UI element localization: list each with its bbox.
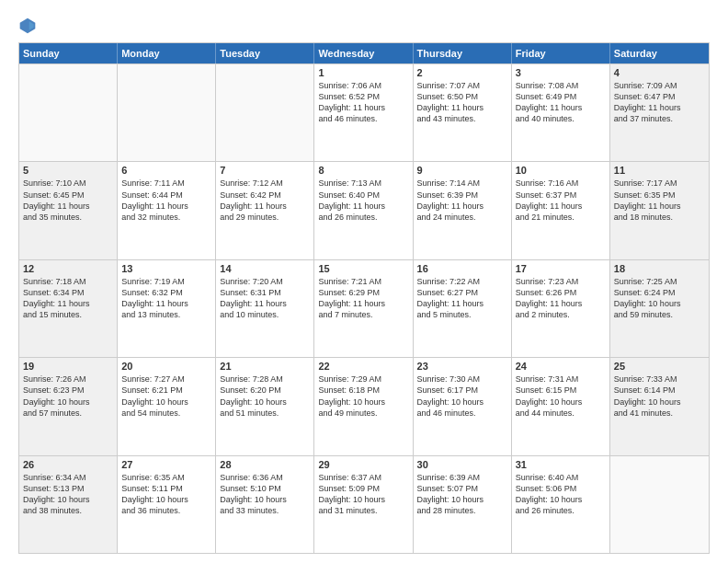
day-number: 25 [614,361,705,372]
cell-text: Sunrise: 7:10 AMSunset: 6:45 PMDaylight:… [23,178,113,223]
calendar-cell: 20Sunrise: 7:27 AMSunset: 6:21 PMDayligh… [118,358,216,454]
weekday-header: Saturday [610,43,709,63]
calendar-cell: 16Sunrise: 7:22 AMSunset: 6:27 PMDayligh… [414,260,512,357]
calendar-header: SundayMondayTuesdayWednesdayThursdayFrid… [19,43,709,63]
day-number: 10 [516,165,606,176]
cell-text: Sunrise: 6:34 AMSunset: 5:13 PMDaylight:… [23,472,113,517]
calendar-cell [19,64,118,161]
day-number: 5 [23,165,113,176]
cell-text: Sunrise: 7:13 AMSunset: 6:40 PMDaylight:… [318,178,408,223]
calendar-cell: 28Sunrise: 6:36 AMSunset: 5:10 PMDayligh… [216,456,314,553]
day-number: 8 [318,165,408,176]
calendar-cell: 26Sunrise: 6:34 AMSunset: 5:13 PMDayligh… [19,456,118,553]
calendar-row: 26Sunrise: 6:34 AMSunset: 5:13 PMDayligh… [19,455,709,553]
cell-text: Sunrise: 7:12 AMSunset: 6:42 PMDaylight:… [220,178,310,223]
cell-text: Sunrise: 7:30 AMSunset: 6:17 PMDaylight:… [417,373,507,419]
page: SundayMondayTuesdayWednesdayThursdayFrid… [0,0,728,563]
cell-text: Sunrise: 7:21 AMSunset: 6:29 PMDaylight:… [318,276,408,321]
calendar-cell: 31Sunrise: 6:40 AMSunset: 5:06 PMDayligh… [512,456,610,553]
calendar-cell: 24Sunrise: 7:31 AMSunset: 6:15 PMDayligh… [512,358,610,454]
day-number: 31 [516,459,606,470]
cell-text: Sunrise: 7:06 AMSunset: 6:52 PMDaylight:… [318,80,408,125]
cell-text: Sunrise: 7:23 AMSunset: 6:26 PMDaylight:… [516,276,606,321]
day-number: 2 [417,67,507,78]
calendar-cell: 27Sunrise: 6:35 AMSunset: 5:11 PMDayligh… [118,456,216,553]
cell-text: Sunrise: 6:37 AMSunset: 5:09 PMDaylight:… [318,472,408,517]
calendar-cell: 5Sunrise: 7:10 AMSunset: 6:45 PMDaylight… [19,162,118,259]
day-number: 23 [417,361,507,372]
calendar-cell: 3Sunrise: 7:08 AMSunset: 6:49 PMDaylight… [512,64,610,161]
day-number: 16 [417,263,507,274]
calendar-body: 1Sunrise: 7:06 AMSunset: 6:52 PMDaylight… [19,63,709,553]
calendar-cell: 30Sunrise: 6:39 AMSunset: 5:07 PMDayligh… [414,456,512,553]
cell-text: Sunrise: 7:27 AMSunset: 6:21 PMDaylight:… [121,373,211,419]
calendar-cell: 21Sunrise: 7:28 AMSunset: 6:20 PMDayligh… [216,358,314,454]
weekday-header: Tuesday [216,43,314,63]
cell-text: Sunrise: 7:19 AMSunset: 6:32 PMDaylight:… [121,276,211,321]
calendar-cell: 1Sunrise: 7:06 AMSunset: 6:52 PMDaylight… [314,64,413,161]
weekday-header: Wednesday [314,43,413,63]
day-number: 6 [121,165,211,176]
calendar-cell: 22Sunrise: 7:29 AMSunset: 6:18 PMDayligh… [314,358,413,454]
calendar-cell: 25Sunrise: 7:33 AMSunset: 6:14 PMDayligh… [610,358,709,454]
calendar-cell: 19Sunrise: 7:26 AMSunset: 6:23 PMDayligh… [19,358,118,454]
cell-text: Sunrise: 7:26 AMSunset: 6:23 PMDaylight:… [23,373,113,419]
calendar-cell: 15Sunrise: 7:21 AMSunset: 6:29 PMDayligh… [314,260,413,357]
cell-text: Sunrise: 7:18 AMSunset: 6:34 PMDaylight:… [23,276,113,321]
weekday-header: Friday [512,43,610,63]
day-number: 15 [318,263,408,274]
calendar-row: 12Sunrise: 7:18 AMSunset: 6:34 PMDayligh… [19,259,709,357]
calendar-cell [610,456,709,553]
day-number: 17 [516,263,606,274]
day-number: 20 [121,361,211,372]
cell-text: Sunrise: 7:07 AMSunset: 6:50 PMDaylight:… [417,80,507,125]
calendar-cell [216,64,314,161]
day-number: 30 [417,459,507,470]
cell-text: Sunrise: 7:11 AMSunset: 6:44 PMDaylight:… [121,178,211,223]
calendar-row: 1Sunrise: 7:06 AMSunset: 6:52 PMDaylight… [19,63,709,161]
calendar-cell: 29Sunrise: 6:37 AMSunset: 5:09 PMDayligh… [314,456,413,553]
cell-text: Sunrise: 7:22 AMSunset: 6:27 PMDaylight:… [417,276,507,321]
weekday-header: Sunday [19,43,118,63]
day-number: 22 [318,361,408,372]
calendar-cell: 18Sunrise: 7:25 AMSunset: 6:24 PMDayligh… [610,260,709,357]
cell-text: Sunrise: 6:39 AMSunset: 5:07 PMDaylight:… [417,472,507,517]
calendar-cell: 13Sunrise: 7:19 AMSunset: 6:32 PMDayligh… [118,260,216,357]
day-number: 7 [220,165,310,176]
header [18,17,710,35]
calendar-cell: 12Sunrise: 7:18 AMSunset: 6:34 PMDayligh… [19,260,118,357]
day-number: 21 [220,361,310,372]
day-number: 24 [516,361,606,372]
cell-text: Sunrise: 7:16 AMSunset: 6:37 PMDaylight:… [516,178,606,223]
day-number: 29 [318,459,408,470]
day-number: 26 [23,459,113,470]
day-number: 28 [220,459,310,470]
cell-text: Sunrise: 6:40 AMSunset: 5:06 PMDaylight:… [516,472,606,517]
calendar-cell: 4Sunrise: 7:09 AMSunset: 6:47 PMDaylight… [610,64,709,161]
day-number: 1 [318,67,408,78]
cell-text: Sunrise: 7:29 AMSunset: 6:18 PMDaylight:… [318,373,408,419]
day-number: 27 [121,459,211,470]
day-number: 12 [23,263,113,274]
day-number: 19 [23,361,113,372]
calendar-cell: 6Sunrise: 7:11 AMSunset: 6:44 PMDaylight… [118,162,216,259]
day-number: 18 [614,263,705,274]
logo [18,17,40,35]
cell-text: Sunrise: 6:35 AMSunset: 5:11 PMDaylight:… [121,472,211,517]
calendar-cell [118,64,216,161]
calendar-row: 5Sunrise: 7:10 AMSunset: 6:45 PMDaylight… [19,161,709,259]
weekday-header: Monday [118,43,216,63]
weekday-header: Thursday [414,43,512,63]
cell-text: Sunrise: 7:09 AMSunset: 6:47 PMDaylight:… [614,80,705,125]
calendar-row: 19Sunrise: 7:26 AMSunset: 6:23 PMDayligh… [19,357,709,454]
calendar-cell: 9Sunrise: 7:14 AMSunset: 6:39 PMDaylight… [414,162,512,259]
cell-text: Sunrise: 7:25 AMSunset: 6:24 PMDaylight:… [614,276,705,321]
day-number: 11 [614,165,705,176]
cell-text: Sunrise: 7:14 AMSunset: 6:39 PMDaylight:… [417,178,507,223]
calendar-cell: 10Sunrise: 7:16 AMSunset: 6:37 PMDayligh… [512,162,610,259]
calendar-cell: 23Sunrise: 7:30 AMSunset: 6:17 PMDayligh… [414,358,512,454]
day-number: 13 [121,263,211,274]
cell-text: Sunrise: 7:33 AMSunset: 6:14 PMDaylight:… [614,373,705,419]
day-number: 3 [516,67,606,78]
calendar-cell: 14Sunrise: 7:20 AMSunset: 6:31 PMDayligh… [216,260,314,357]
